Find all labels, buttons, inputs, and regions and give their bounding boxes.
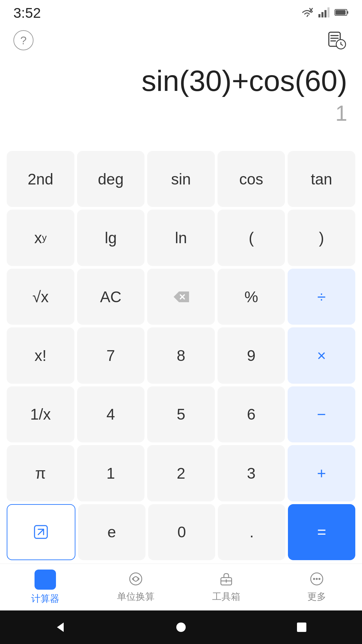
result-display: 1	[15, 98, 347, 126]
key-divide[interactable]: ÷	[288, 269, 355, 325]
key-3[interactable]: 3	[218, 445, 285, 501]
svg-point-34	[313, 578, 315, 580]
expression-display: sin(30)+cos(60)	[15, 64, 347, 98]
key-row-0: 2nddegsincostan	[7, 151, 355, 207]
svg-point-35	[316, 578, 318, 580]
help-button[interactable]: ?	[13, 30, 34, 50]
nav-item-label-calculator: 计算器	[31, 592, 59, 605]
nav-item-label-converter: 单位换算	[117, 590, 155, 603]
key-dot[interactable]: .	[218, 504, 285, 560]
svg-point-29	[130, 573, 142, 585]
converter-icon	[128, 572, 143, 588]
key-1[interactable]: 1	[77, 445, 145, 501]
top-bar: ?	[0, 23, 362, 54]
key-percent[interactable]: %	[218, 269, 285, 325]
key-0[interactable]: 0	[148, 504, 216, 560]
display-area: sin(30)+cos(60) 1	[0, 54, 362, 148]
key-6[interactable]: 6	[218, 386, 285, 442]
keypad: 2nddegsincostanxylgln()√xAC %÷x!789×1/x4…	[0, 148, 362, 564]
svg-point-36	[318, 578, 320, 580]
key-expand[interactable]	[7, 504, 75, 560]
svg-rect-3	[321, 12, 323, 17]
recent-button[interactable]	[288, 614, 315, 641]
svg-rect-4	[324, 10, 326, 17]
status-icons	[300, 7, 349, 19]
status-time: 3:52	[13, 5, 41, 21]
more-icon	[309, 572, 324, 588]
key-backspace[interactable]	[147, 269, 215, 325]
key-row-1: xylgln()	[7, 210, 355, 266]
key-row-5: π123+	[7, 445, 355, 501]
key-sin[interactable]: sin	[147, 151, 215, 207]
key-4[interactable]: 4	[77, 386, 145, 442]
svg-rect-2	[318, 14, 320, 17]
nav-item-more[interactable]: 更多	[272, 564, 362, 610]
svg-rect-24	[44, 580, 47, 582]
key-cos[interactable]: cos	[218, 151, 285, 207]
key-reciprocal[interactable]: 1/x	[7, 386, 74, 442]
key-ln[interactable]: ln	[147, 210, 215, 266]
wifi-icon	[300, 7, 314, 19]
key-e[interactable]: e	[78, 504, 145, 560]
key-2[interactable]: 2	[147, 445, 215, 501]
key-add[interactable]: +	[288, 445, 355, 501]
key-pi[interactable]: π	[7, 445, 74, 501]
key-multiply[interactable]: ×	[288, 327, 355, 383]
nav-item-label-toolbox: 工具箱	[212, 590, 240, 603]
svg-rect-25	[47, 580, 50, 582]
key-2nd[interactable]: 2nd	[7, 151, 74, 207]
svg-rect-5	[327, 7, 329, 17]
svg-marker-37	[57, 623, 64, 632]
key-row-3: x!789×	[7, 327, 355, 383]
nav-item-label-more: 更多	[307, 590, 326, 603]
back-button[interactable]	[47, 614, 74, 641]
key-5[interactable]: 5	[147, 386, 215, 442]
key-deg[interactable]: deg	[77, 151, 145, 207]
svg-rect-26	[41, 583, 44, 584]
key-8[interactable]: 8	[147, 327, 215, 383]
key-ac[interactable]: AC	[77, 269, 145, 325]
key-7[interactable]: 7	[77, 327, 145, 383]
key-equals[interactable]: =	[288, 504, 355, 560]
svg-rect-23	[41, 580, 44, 582]
key-row-6: e0.=	[7, 504, 355, 560]
key-factorial[interactable]: x!	[7, 327, 74, 383]
key-row-2: √xAC %÷	[7, 269, 355, 325]
svg-rect-39	[297, 623, 306, 632]
toolbox-icon	[219, 572, 234, 588]
nav-item-converter[interactable]: 单位换算	[90, 564, 181, 610]
key-row-4: 1/x456−	[7, 386, 355, 442]
home-button[interactable]	[168, 614, 194, 641]
key-power[interactable]: xy	[7, 210, 74, 266]
key-lparen[interactable]: (	[218, 210, 285, 266]
svg-rect-28	[47, 583, 50, 584]
nav-item-toolbox[interactable]: 工具箱	[181, 564, 272, 610]
bottom-nav: 计算器 单位换算 工具箱	[0, 564, 362, 610]
history-icon	[327, 31, 346, 50]
key-subtract[interactable]: −	[288, 386, 355, 442]
key-sqrt[interactable]: √x	[7, 269, 74, 325]
svg-rect-8	[336, 10, 346, 15]
key-lg[interactable]: lg	[77, 210, 145, 266]
help-icon: ?	[20, 34, 27, 47]
status-bar: 3:52	[0, 0, 362, 23]
key-9[interactable]: 9	[218, 327, 285, 383]
sys-nav	[0, 610, 362, 644]
svg-point-38	[176, 623, 186, 632]
battery-icon	[335, 8, 349, 18]
svg-rect-27	[44, 583, 47, 584]
svg-rect-7	[347, 11, 348, 14]
nav-item-calculator[interactable]: 计算器	[0, 564, 90, 610]
key-tan[interactable]: tan	[288, 151, 355, 207]
calc-icon	[35, 570, 56, 590]
signal-icon	[318, 7, 330, 19]
key-rparen[interactable]: )	[288, 210, 355, 266]
history-button[interactable]	[325, 29, 349, 52]
svg-line-19	[38, 529, 44, 535]
